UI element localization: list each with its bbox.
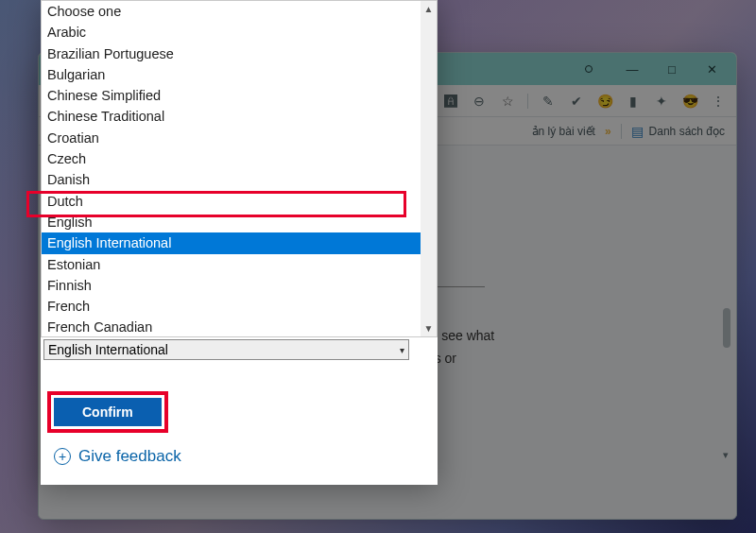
give-feedback-label: Give feedback [78,447,181,466]
language-option[interactable]: Bulgarian [42,64,437,85]
language-option[interactable]: Chinese Traditional [42,106,437,127]
language-option[interactable]: Brazilian Portuguese [42,43,437,64]
give-feedback-link[interactable]: + Give feedback [54,447,438,466]
language-option[interactable]: French Canadian [42,317,437,337]
language-option[interactable]: English [42,212,437,232]
listbox-scrollbar[interactable]: ▲ ▼ [421,1,437,336]
confirm-button[interactable]: Confirm [54,398,162,426]
language-listbox[interactable]: Choose oneArabicBrazilian PortugueseBulg… [41,0,438,337]
language-select[interactable]: English International ▾ [43,339,409,360]
language-option[interactable]: Choose one [42,1,437,22]
language-option[interactable]: Arabic [42,22,437,43]
listbox-scroll-up-icon[interactable]: ▲ [421,1,437,17]
language-option[interactable]: Czech [42,148,437,169]
language-option[interactable]: Croatian [42,128,437,148]
chevron-down-icon: ▾ [400,345,404,355]
listbox-scroll-down-icon[interactable]: ▼ [421,320,437,336]
plus-circle-icon: + [54,448,71,465]
language-select-value: English International [48,342,168,357]
language-modal: Choose oneArabicBrazilian PortugueseBulg… [41,0,438,485]
language-option[interactable]: English International [42,232,437,253]
language-option[interactable]: Chinese Simplified [42,85,437,106]
language-option[interactable]: Finnish [42,275,437,296]
language-option[interactable]: Estonian [42,254,437,275]
language-option[interactable]: French [42,296,437,317]
language-option[interactable]: Dutch [42,191,437,212]
language-option[interactable]: Danish [42,169,437,190]
